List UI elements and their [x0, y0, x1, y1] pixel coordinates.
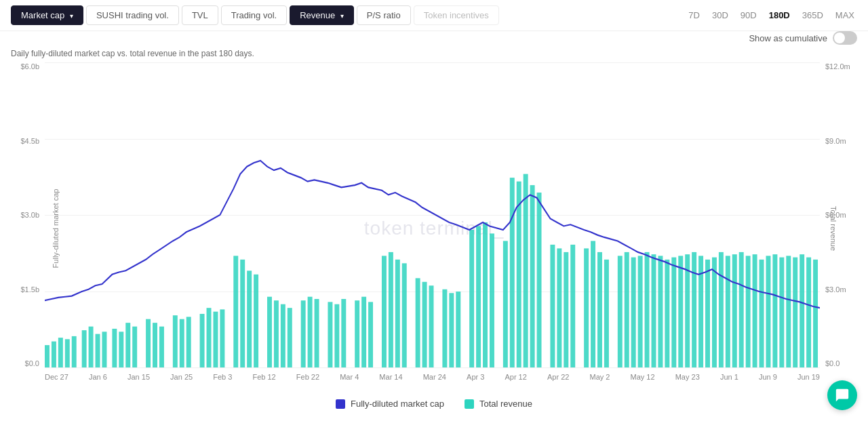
svg-rect-97 — [813, 260, 818, 367]
tab-ps-ratio[interactable]: P/S ratio — [357, 5, 411, 25]
x-label-7: Mar 4 — [340, 373, 359, 381]
y-right-label-1: $9.0m — [825, 137, 846, 145]
svg-rect-30 — [288, 308, 292, 367]
svg-rect-50 — [469, 230, 474, 367]
svg-rect-92 — [779, 258, 784, 367]
x-label-4: Feb 3 — [213, 373, 232, 381]
svg-rect-76 — [671, 258, 676, 367]
svg-rect-23 — [233, 256, 238, 367]
tab-bar: Market cap ▾ SUSHI trading vol. TVL Trad… — [0, 0, 868, 31]
svg-rect-2 — [58, 338, 63, 367]
svg-rect-94 — [793, 258, 797, 367]
chevron-down-icon: ▾ — [340, 12, 344, 20]
svg-rect-88 — [753, 254, 757, 367]
tab-trading-vol[interactable]: Trading vol. — [221, 5, 287, 25]
show-cumulative-control: Show as cumulative — [749, 31, 857, 45]
x-label-0: Dec 27 — [45, 373, 68, 381]
x-label-3: Jan 25 — [170, 373, 193, 381]
svg-rect-12 — [132, 327, 137, 367]
svg-rect-95 — [800, 254, 804, 367]
svg-rect-10 — [119, 332, 123, 367]
legend-dot-revenue — [465, 399, 474, 409]
svg-rect-86 — [739, 252, 744, 367]
svg-rect-39 — [368, 302, 373, 367]
x-label-1: Jan 6 — [89, 373, 107, 381]
svg-rect-49 — [456, 292, 460, 367]
x-label-18: Jun 19 — [797, 373, 820, 381]
svg-rect-73 — [652, 254, 656, 367]
svg-rect-0 — [45, 345, 50, 367]
svg-rect-34 — [328, 302, 332, 367]
svg-rect-35 — [334, 304, 339, 367]
svg-rect-43 — [402, 263, 407, 367]
legend-dot-market-cap — [336, 399, 345, 409]
x-label-12: Apr 22 — [547, 373, 569, 381]
svg-rect-52 — [483, 222, 488, 367]
time-30d[interactable]: 30D — [709, 9, 731, 22]
svg-rect-38 — [361, 297, 366, 367]
svg-rect-16 — [173, 315, 178, 367]
svg-rect-74 — [658, 256, 663, 367]
svg-rect-72 — [645, 252, 650, 367]
svg-rect-85 — [732, 254, 737, 367]
y-left-label-4: $0.0 — [25, 359, 39, 367]
svg-rect-40 — [382, 256, 387, 367]
time-365d[interactable]: 365D — [800, 9, 826, 22]
tab-label: Trading vol. — [231, 10, 277, 20]
chart-legend: Fully-diluted market cap Total revenue — [0, 395, 868, 412]
time-180d[interactable]: 180D — [766, 9, 793, 22]
tab-sushi-vol[interactable]: SUSHI trading vol. — [86, 5, 179, 25]
svg-rect-68 — [618, 256, 623, 367]
tab-label: P/S ratio — [367, 10, 401, 20]
svg-rect-27 — [267, 297, 272, 367]
svg-rect-20 — [207, 308, 212, 367]
tab-label: Token incentives — [424, 10, 489, 20]
svg-rect-57 — [524, 174, 528, 367]
legend-market-cap: Fully-diluted market cap — [336, 399, 444, 409]
bar-chart — [45, 174, 818, 367]
time-7d[interactable]: 7D — [686, 9, 703, 22]
svg-rect-33 — [315, 299, 319, 367]
svg-rect-65 — [591, 241, 595, 367]
svg-rect-22 — [220, 309, 224, 367]
x-label-9: Mar 24 — [423, 373, 446, 381]
svg-rect-29 — [281, 304, 285, 367]
tab-tvl[interactable]: TVL — [182, 5, 218, 25]
svg-rect-31 — [301, 300, 306, 367]
svg-rect-56 — [517, 182, 521, 367]
tab-market-cap[interactable]: Market cap ▾ — [11, 5, 83, 25]
svg-rect-21 — [213, 312, 218, 367]
svg-rect-93 — [786, 256, 791, 367]
x-label-5: Feb 12 — [252, 373, 275, 381]
chat-icon — [835, 388, 850, 403]
time-max[interactable]: MAX — [833, 9, 857, 22]
cumulative-toggle[interactable] — [833, 31, 857, 45]
chat-button[interactable] — [827, 380, 857, 410]
svg-rect-44 — [416, 278, 420, 367]
svg-rect-59 — [537, 193, 542, 367]
svg-rect-71 — [638, 256, 643, 367]
svg-rect-18 — [186, 317, 191, 367]
y-axis-right-label: Total revenue — [829, 206, 837, 251]
x-label-15: May 23 — [675, 373, 700, 381]
tab-label: SUSHI trading vol. — [96, 10, 169, 20]
y-left-label-1: $4.5b — [20, 137, 39, 145]
tab-revenue[interactable]: Revenue ▾ — [290, 5, 354, 25]
svg-rect-79 — [692, 252, 696, 367]
tab-token-incentives[interactable]: Token incentives — [414, 5, 499, 25]
legend-revenue: Total revenue — [465, 399, 532, 409]
x-label-17: Jun 9 — [759, 373, 777, 381]
svg-rect-32 — [308, 297, 313, 367]
legend-label-market-cap: Fully-diluted market cap — [351, 399, 444, 409]
cumulative-row: Show as cumulative — [0, 31, 868, 45]
time-90d[interactable]: 90D — [738, 9, 760, 22]
tab-label: Revenue — [300, 10, 335, 20]
svg-rect-67 — [604, 260, 609, 367]
svg-rect-70 — [631, 258, 636, 367]
x-label-13: May 2 — [589, 373, 610, 381]
svg-rect-14 — [153, 323, 157, 367]
svg-rect-81 — [705, 260, 710, 367]
svg-rect-24 — [240, 260, 245, 367]
svg-rect-6 — [89, 327, 94, 367]
svg-rect-54 — [503, 241, 508, 367]
